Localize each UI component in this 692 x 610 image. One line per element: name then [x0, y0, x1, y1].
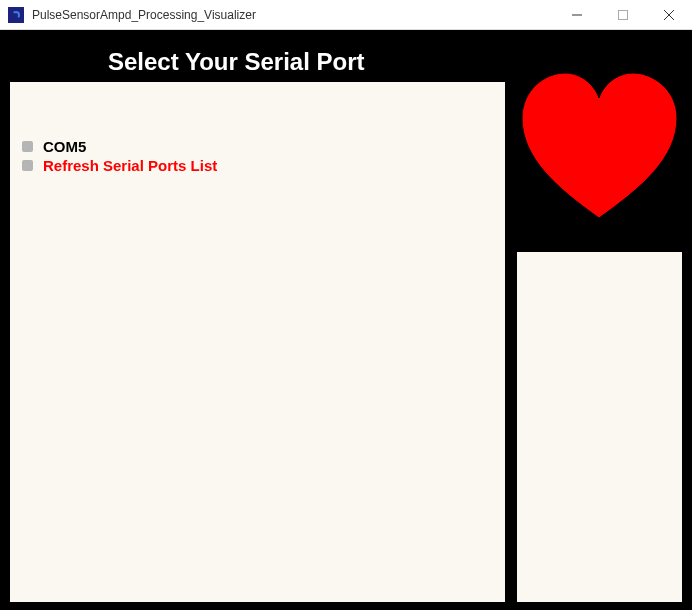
radio-icon	[22, 160, 33, 171]
refresh-label: Refresh Serial Ports List	[43, 157, 217, 174]
maximize-button[interactable]	[600, 0, 646, 30]
radio-icon	[22, 141, 33, 152]
serial-port-panel: COM5 Refresh Serial Ports List	[10, 82, 505, 602]
window-controls	[554, 0, 692, 29]
app-canvas: Select Your Serial Port COM5 Refresh Ser…	[0, 30, 692, 610]
app-icon	[8, 7, 24, 23]
svg-rect-1	[619, 11, 628, 20]
serial-port-option[interactable]: COM5	[22, 138, 493, 155]
minimize-button[interactable]	[554, 0, 600, 30]
bpm-panel	[517, 252, 682, 602]
serial-port-list: COM5 Refresh Serial Ports List	[10, 82, 505, 174]
close-button[interactable]	[646, 0, 692, 30]
refresh-ports-option[interactable]: Refresh Serial Ports List	[22, 157, 493, 174]
heart-icon	[517, 68, 682, 228]
window-title: PulseSensorAmpd_Processing_Visualizer	[32, 8, 554, 22]
page-title: Select Your Serial Port	[108, 48, 365, 76]
port-label: COM5	[43, 138, 86, 155]
window-titlebar: PulseSensorAmpd_Processing_Visualizer	[0, 0, 692, 30]
